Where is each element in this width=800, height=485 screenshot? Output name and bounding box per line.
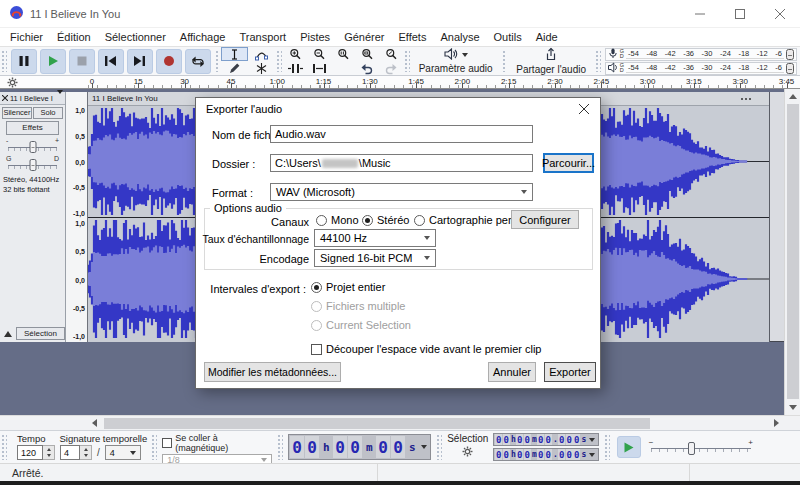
trim-blank-checkbox-row[interactable]: Découper l'espace vide avant le premier … (311, 343, 542, 355)
menu-item-générer[interactable]: Générer (337, 30, 391, 44)
multi-tool-icon[interactable] (248, 61, 275, 75)
time-signature-spin-arrows[interactable] (80, 445, 92, 460)
redo-icon[interactable] (379, 61, 403, 75)
range-current-selection-radio[interactable]: Current Selection (311, 319, 411, 331)
zoom-toggle-icon[interactable] (379, 47, 403, 61)
play-button[interactable] (40, 49, 66, 74)
radio-checked-icon[interactable] (362, 215, 373, 226)
configure-button[interactable]: Configurer (511, 210, 579, 229)
range-multiple-files-radio[interactable]: Fichiers multiple (311, 300, 405, 312)
filename-input[interactable]: Audio.wav (270, 125, 533, 143)
menu-item-outils[interactable]: Outils (487, 30, 529, 44)
dialog-close-icon[interactable] (568, 98, 600, 120)
close-icon[interactable] (760, 0, 800, 28)
tempo-value[interactable]: 120 (17, 445, 43, 460)
radio-icon[interactable] (414, 215, 425, 226)
menu-item-édition[interactable]: Édition (50, 30, 98, 44)
gain-slider-thumb[interactable] (29, 141, 36, 153)
track-select-button[interactable]: Sélection (16, 327, 65, 340)
loop-button[interactable] (185, 49, 211, 74)
playback-volume-slider[interactable] (786, 63, 794, 74)
zoom-out-icon[interactable] (307, 47, 331, 61)
toolbar-grip[interactable] (215, 50, 221, 72)
pause-button[interactable] (11, 49, 37, 74)
fit-project-icon[interactable] (355, 47, 379, 61)
mute-button[interactable]: Silencer (2, 107, 32, 119)
playback-speed-slider[interactable]: − + (649, 438, 753, 456)
track-close-icon[interactable] (2, 94, 8, 103)
speed-slider-thumb[interactable] (688, 442, 695, 455)
selection-tool-icon[interactable] (221, 47, 248, 61)
maximize-icon[interactable] (720, 0, 760, 28)
undo-icon[interactable] (355, 61, 379, 75)
sample-rate-select[interactable]: 44100 Hz (314, 229, 436, 247)
track-name[interactable]: 11 I Believe I (10, 94, 53, 103)
recording-meter[interactable]: GD -54-48-42-36-30-24-18-12-6 (605, 48, 797, 61)
silence-audio-icon[interactable] (307, 61, 331, 75)
radio-checked-icon[interactable] (311, 282, 322, 293)
track-menu-chevron-icon[interactable] (57, 90, 63, 103)
zoom-in-icon[interactable] (283, 47, 307, 61)
menu-item-effets[interactable]: Effets (391, 30, 433, 44)
amplitude-ruler[interactable]: 1,00,50,0-0,5-1,0 1,00,50,0-0,5-1,0 (66, 92, 88, 342)
clip-overflow-menu-icon[interactable] (741, 98, 765, 100)
cancel-button[interactable]: Annuler (488, 362, 536, 382)
skip-to-end-button[interactable] (127, 49, 153, 74)
audio-setup-button[interactable]: Paramètre audio (411, 47, 501, 75)
minimize-icon[interactable] (680, 0, 720, 28)
selection-options-gear-icon[interactable] (462, 446, 473, 459)
format-select[interactable]: WAV (Microsoft) (270, 183, 533, 201)
draw-tool-icon[interactable] (221, 61, 248, 75)
menu-item-transport[interactable]: Transport (232, 30, 293, 44)
skip-to-start-button[interactable] (98, 49, 124, 74)
stop-button[interactable] (69, 49, 95, 74)
track-header[interactable]: 11 I Believe I (0, 92, 65, 105)
encoding-select[interactable]: Signed 16-bit PCM (314, 249, 436, 267)
timeline-options-gear-icon[interactable] (7, 77, 18, 89)
horizontal-scrollbar-thumb[interactable] (104, 418, 650, 429)
edit-metadata-button[interactable]: Modifier les métadonnées... (204, 362, 341, 382)
time-signature-upper-stepper[interactable]: 4 (60, 445, 92, 460)
checkbox-icon[interactable] (311, 344, 322, 355)
selection-start-display[interactable]: 00h00m00.000s (493, 433, 599, 446)
time-signature-upper-value[interactable]: 4 (60, 445, 80, 460)
vertical-scrollbar-thumb[interactable] (787, 104, 799, 399)
snap-checkbox[interactable] (162, 438, 172, 448)
folder-input[interactable]: C:\Users\\Music (270, 154, 533, 172)
timeline-ruler[interactable]: 01530451:001:151:301:452:002:152:302:453… (0, 76, 800, 89)
toolbar-grip[interactable] (436, 434, 442, 460)
envelope-tool-icon[interactable] (248, 47, 275, 61)
tempo-stepper[interactable]: 120 (17, 445, 55, 460)
toolbar-grip[interactable] (502, 50, 508, 72)
collapse-track-icon[interactable] (2, 327, 13, 340)
browse-button[interactable]: Parcourir... (543, 153, 594, 173)
solo-button[interactable]: Solo (33, 107, 63, 119)
record-button[interactable] (156, 49, 182, 74)
pan-slider-thumb[interactable] (29, 159, 36, 171)
vertical-scrollbar[interactable] (784, 89, 800, 415)
recording-volume-slider[interactable] (786, 49, 794, 60)
menu-item-pistes[interactable]: Pistes (293, 30, 337, 44)
toolbar-grip[interactable] (151, 434, 157, 460)
toolbar-grip[interactable] (1, 434, 7, 460)
menu-item-fichier[interactable]: Fichier (3, 30, 50, 44)
menu-item-aide[interactable]: Aide (529, 30, 565, 44)
channel-mono-radio[interactable]: Mono (316, 214, 359, 226)
toolbar-grip[interactable] (404, 50, 410, 72)
tempo-spin-arrows[interactable] (43, 445, 55, 460)
range-entire-project-radio[interactable]: Projet entier (311, 281, 385, 293)
selection-end-display[interactable]: 00h00m00.000s (493, 448, 599, 461)
toolbar-grip[interactable] (276, 50, 282, 72)
play-at-speed-button[interactable] (617, 436, 641, 458)
scroll-down-icon[interactable] (789, 405, 797, 410)
gain-slider[interactable]: - + (6, 138, 59, 153)
share-audio-button[interactable]: Partager l'audio (508, 47, 594, 75)
channel-stereo-radio[interactable]: Stéréo (362, 214, 409, 226)
trim-audio-icon[interactable] (283, 61, 307, 75)
radio-icon[interactable] (316, 215, 327, 226)
zoom-to-selection-icon[interactable] (331, 47, 355, 61)
export-button[interactable]: Exporter (544, 362, 596, 382)
pan-slider[interactable]: G D (6, 156, 59, 171)
scroll-left-icon[interactable] (92, 419, 97, 427)
menu-item-affichage[interactable]: Affichage (173, 30, 233, 44)
